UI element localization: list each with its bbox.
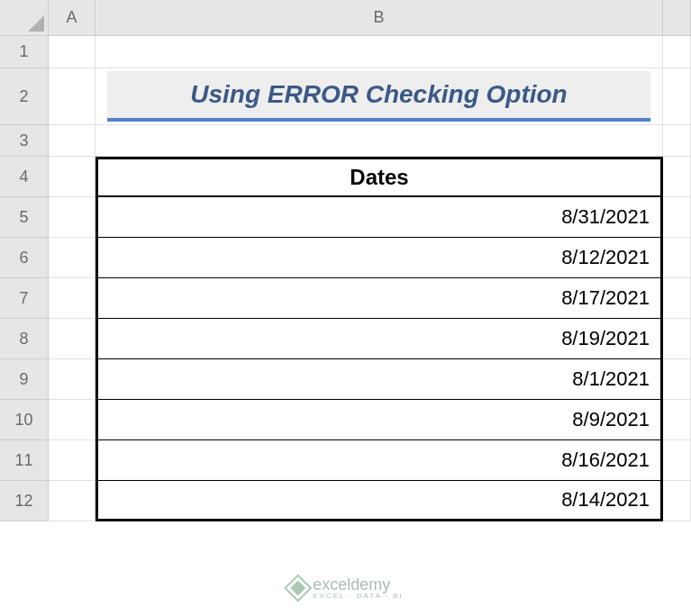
- date-value: 8/19/2021: [561, 327, 650, 350]
- cell-A7[interactable]: [49, 278, 95, 319]
- spreadsheet-grid: A B 1 2 3 4 5 6 7 8 9 10 11 12 Using ERR…: [0, 0, 691, 616]
- cell-C2[interactable]: [663, 68, 691, 125]
- select-all-corner[interactable]: [0, 0, 49, 36]
- date-value: 8/31/2021: [561, 205, 650, 229]
- cell-A1[interactable]: [49, 36, 95, 68]
- date-value: 8/14/2021: [561, 488, 650, 512]
- row-header-3[interactable]: 3: [0, 125, 49, 157]
- cell-C4[interactable]: [663, 157, 691, 197]
- cell-B1[interactable]: [95, 36, 663, 68]
- col-header-B[interactable]: B: [95, 0, 663, 36]
- cell-A10[interactable]: [49, 400, 95, 440]
- cell-A5[interactable]: [49, 197, 95, 238]
- cell-A4[interactable]: [49, 157, 95, 197]
- date-value: 8/17/2021: [561, 286, 650, 310]
- col-header-A[interactable]: A: [49, 0, 95, 36]
- row-header-10[interactable]: 10: [0, 400, 49, 440]
- cell-C6[interactable]: [663, 238, 691, 278]
- cell-C3[interactable]: [663, 125, 691, 157]
- table-row[interactable]: 8/1/2021: [95, 359, 663, 400]
- table-row[interactable]: 8/19/2021: [95, 319, 663, 359]
- cell-C9[interactable]: [663, 359, 691, 400]
- cell-B2[interactable]: Using ERROR Checking Option: [95, 68, 663, 125]
- row-header-1[interactable]: 1: [0, 36, 49, 68]
- row-header-11[interactable]: 11: [0, 440, 49, 481]
- watermark-main: exceldemy: [313, 576, 404, 593]
- row-header-7[interactable]: 7: [0, 278, 49, 319]
- table-row[interactable]: 8/9/2021: [95, 400, 663, 440]
- page-title: Using ERROR Checking Option: [190, 80, 567, 109]
- cell-A9[interactable]: [49, 359, 95, 400]
- cell-C10[interactable]: [663, 400, 691, 440]
- col-header-next[interactable]: [663, 0, 691, 36]
- cell-C12[interactable]: [663, 481, 691, 521]
- cell-A8[interactable]: [49, 319, 95, 359]
- cell-A3[interactable]: [49, 125, 95, 157]
- cell-B3[interactable]: [95, 125, 663, 157]
- cell-C11[interactable]: [663, 440, 691, 481]
- table-row[interactable]: 8/16/2021: [95, 440, 663, 481]
- table-row[interactable]: 8/14/2021: [95, 481, 663, 521]
- row-header-5[interactable]: 5: [0, 197, 49, 238]
- watermark-sub: EXCEL · DATA · BI: [313, 593, 404, 600]
- cell-C5[interactable]: [663, 197, 691, 238]
- row-header-6[interactable]: 6: [0, 238, 49, 278]
- date-value: 8/9/2021: [572, 408, 650, 431]
- table-header-cell[interactable]: Dates: [95, 157, 663, 197]
- watermark-text: exceldemy EXCEL · DATA · BI: [313, 576, 404, 600]
- row-header-12[interactable]: 12: [0, 481, 49, 521]
- cell-A11[interactable]: [49, 440, 95, 481]
- table-row[interactable]: 8/17/2021: [95, 278, 663, 319]
- date-value: 8/16/2021: [561, 448, 650, 472]
- cell-A12[interactable]: [49, 481, 95, 521]
- date-value: 8/1/2021: [572, 367, 650, 391]
- row-header-2[interactable]: 2: [0, 68, 49, 125]
- cell-C1[interactable]: [663, 36, 691, 68]
- date-value: 8/12/2021: [561, 246, 650, 269]
- row-header-4[interactable]: 4: [0, 157, 49, 197]
- cell-C7[interactable]: [663, 278, 691, 319]
- title-box: Using ERROR Checking Option: [107, 71, 651, 122]
- table-row[interactable]: 8/31/2021: [95, 197, 663, 238]
- table-row[interactable]: 8/12/2021: [95, 238, 663, 278]
- table-header-label: Dates: [350, 165, 408, 190]
- cell-C8[interactable]: [663, 319, 691, 359]
- cell-A6[interactable]: [49, 238, 95, 278]
- watermark: exceldemy EXCEL · DATA · BI: [287, 576, 404, 600]
- cell-A2[interactable]: [49, 68, 95, 125]
- row-header-8[interactable]: 8: [0, 319, 49, 359]
- watermark-logo-icon: [284, 574, 312, 602]
- row-header-9[interactable]: 9: [0, 359, 49, 400]
